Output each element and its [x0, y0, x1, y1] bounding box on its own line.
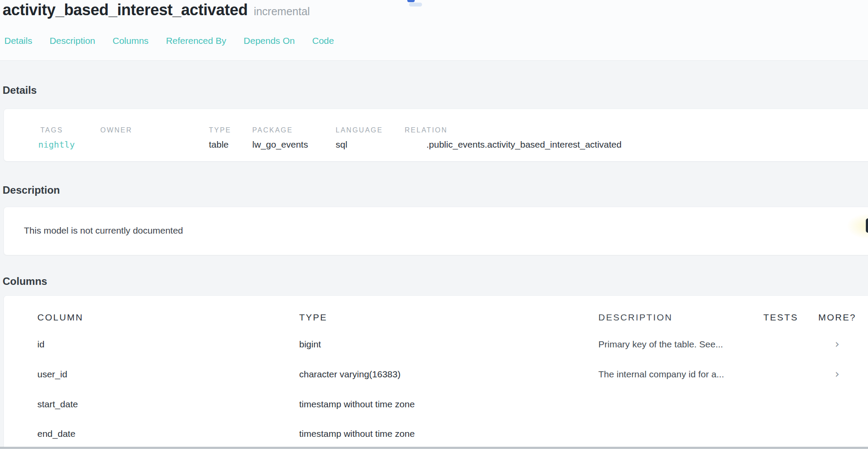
- package-label: PACKAGE: [252, 126, 308, 134]
- description-placeholder-text: This model is not currently documented: [24, 225, 183, 236]
- cell-column-type: bigint: [299, 339, 321, 350]
- table-row[interactable]: end_date timestamp without time zone: [4, 429, 868, 442]
- clipped-blue-element: [407, 0, 415, 2]
- description-card: This model is not currently documented: [3, 207, 868, 255]
- detail-field-owner: OWNER: [100, 126, 132, 139]
- col-header-column: COLUMN: [37, 312, 83, 323]
- columns-card: COLUMN TYPE DESCRIPTION TESTS MORE? id b…: [3, 295, 868, 449]
- tags-value-link[interactable]: nightly: [38, 139, 75, 150]
- description-section-heading: Description: [3, 184, 60, 196]
- tab-depends-on[interactable]: Depends On: [244, 36, 295, 46]
- cell-column-name: user_id: [37, 369, 67, 380]
- columns-table-header: COLUMN TYPE DESCRIPTION TESTS MORE?: [4, 312, 868, 323]
- clipped-floating-button[interactable]: [866, 218, 868, 233]
- clipped-blue-element-shadow: [409, 3, 422, 7]
- col-header-tests: TESTS: [763, 312, 798, 323]
- col-header-description: DESCRIPTION: [598, 312, 673, 323]
- model-docs-page: activity_based_interest_activatedincreme…: [0, 0, 868, 449]
- table-row[interactable]: start_date timestamp without time zone: [4, 399, 868, 412]
- model-name: activity_based_interest_activated: [3, 1, 248, 19]
- tab-bar: Details Description Columns Referenced B…: [4, 36, 334, 46]
- detail-field-type: TYPE table: [209, 126, 231, 150]
- tab-code[interactable]: Code: [312, 36, 334, 46]
- cell-column-type: timestamp without time zone: [299, 429, 415, 439]
- detail-field-relation: RELATION .public_events.activity_based_i…: [405, 126, 621, 150]
- chevron-right-icon[interactable]: ›: [816, 369, 858, 379]
- details-card: TAGS nightly OWNER TYPE table PACKAGE lw…: [3, 109, 868, 162]
- tab-referenced-by[interactable]: Referenced By: [166, 36, 226, 46]
- detail-field-language: LANGUAGE sql: [336, 126, 383, 150]
- tags-label: TAGS: [40, 126, 75, 134]
- horizontal-scrollbar[interactable]: [0, 447, 868, 449]
- materialization-badge: incremental: [254, 5, 310, 17]
- cell-column-type: character varying(16383): [299, 369, 400, 380]
- columns-section-heading: Columns: [3, 275, 47, 287]
- page-header: activity_based_interest_activatedincreme…: [0, 0, 868, 61]
- cell-column-name: end_date: [37, 429, 76, 439]
- relation-label: RELATION: [405, 126, 621, 134]
- chevron-right-icon[interactable]: ›: [816, 339, 858, 349]
- type-label: TYPE: [209, 126, 231, 134]
- page-title: activity_based_interest_activatedincreme…: [3, 1, 310, 19]
- package-value: lw_go_events: [252, 139, 308, 150]
- detail-field-tags: TAGS nightly: [40, 126, 75, 150]
- details-section-heading: Details: [3, 84, 37, 96]
- cell-column-description: The internal company id for a...: [598, 369, 724, 380]
- table-row[interactable]: user_id character varying(16383) The int…: [4, 369, 868, 382]
- type-value: table: [209, 139, 231, 150]
- col-header-type: TYPE: [299, 312, 327, 323]
- language-label: LANGUAGE: [336, 126, 383, 134]
- cell-column-type: timestamp without time zone: [299, 399, 415, 409]
- tab-columns[interactable]: Columns: [112, 36, 149, 46]
- cell-column-name: start_date: [37, 399, 78, 409]
- cell-column-name: id: [37, 339, 44, 350]
- owner-label: OWNER: [100, 126, 132, 134]
- table-row[interactable]: id bigint Primary key of the table. See.…: [4, 339, 868, 352]
- tab-details[interactable]: Details: [4, 36, 32, 46]
- tab-description[interactable]: Description: [50, 36, 95, 46]
- cell-column-description: Primary key of the table. See...: [598, 339, 723, 350]
- language-value: sql: [336, 139, 383, 150]
- detail-field-package: PACKAGE lw_go_events: [252, 126, 308, 150]
- relation-value: .public_events.activity_based_interest_a…: [405, 139, 621, 150]
- col-header-more: MORE?: [816, 312, 858, 323]
